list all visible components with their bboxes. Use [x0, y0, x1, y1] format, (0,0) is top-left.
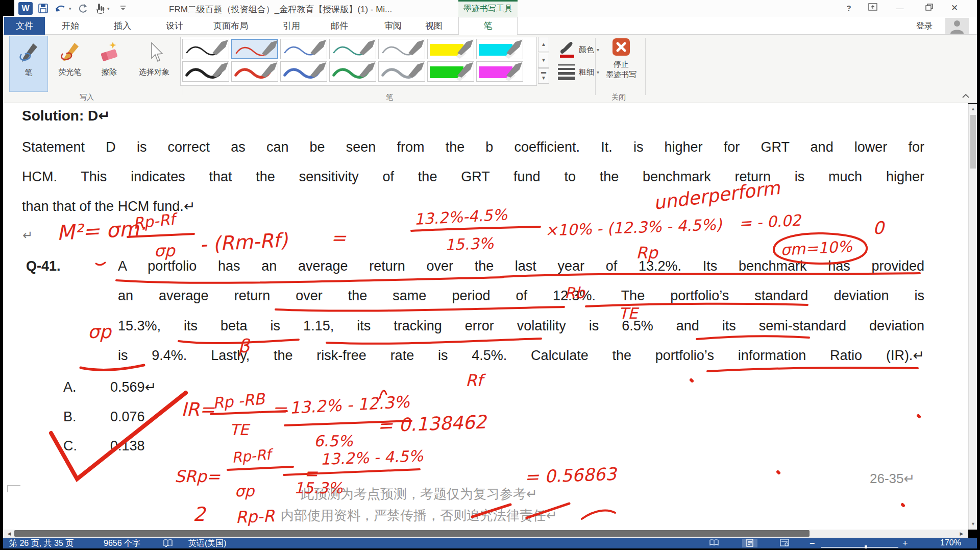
tab-0[interactable]: 开始 — [62, 17, 79, 35]
restore-icon[interactable] — [922, 3, 936, 14]
gallery-expand-icon[interactable]: ▬▼ — [538, 68, 549, 84]
redo-icon[interactable] — [78, 3, 89, 15]
svg-text:W: W — [21, 4, 30, 13]
select-objects-button[interactable]: 选择对象 — [130, 36, 179, 92]
zoom-in-icon[interactable]: + — [902, 538, 908, 549]
tab-pen-active[interactable]: 笔 — [458, 17, 518, 35]
tab-1[interactable]: 插入 — [114, 17, 131, 35]
vertical-scroll-thumb[interactable] — [970, 115, 976, 169]
tab-2[interactable]: 设计 — [166, 17, 183, 35]
screen-edge — [0, 0, 14, 16]
print-layout-icon[interactable] — [742, 539, 757, 547]
gallery-scroll-down-icon[interactable]: ▼ — [538, 53, 549, 68]
doc-line: is 9.4%. Lastly, the risk-free rate is 4… — [118, 347, 924, 364]
highlighter-button[interactable]: 荧光笔 — [51, 36, 89, 92]
vertical-scrollbar[interactable]: ▲ ▼ — [968, 104, 977, 530]
ribbon-display-options-icon[interactable] — [866, 3, 879, 14]
minimize-icon[interactable]: — — [893, 3, 906, 14]
color-brush-icon — [557, 39, 576, 60]
ribbon: 笔 荧光笔 擦除 选择对象 ▲ ▼ ▬▼ — [3, 35, 977, 103]
proofing-status-icon[interactable] — [163, 539, 173, 549]
horizontal-scrollbar[interactable]: ◀ ▶ — [3, 530, 968, 538]
doc-line: Q-41. — [26, 257, 61, 275]
pen-style-swatch[interactable] — [231, 61, 278, 82]
status-bar: 第 26 页, 共 35 页 9656 个字 英语(美国) − + 170% — [3, 538, 977, 548]
sign-in-link[interactable]: 登录 — [916, 17, 933, 35]
doc-line: 0.138 — [110, 437, 145, 455]
ink-thickness-button[interactable]: 粗细 ▾ — [557, 63, 599, 81]
doc-line: C. — [63, 437, 77, 455]
highlighter-style-swatch[interactable] — [427, 39, 474, 59]
pen-style-swatch[interactable] — [182, 61, 229, 82]
doc-line: 内部使用资料，严禁传播，否则追究法律责任↵ — [207, 507, 631, 524]
tab-6[interactable]: 审阅 — [384, 17, 402, 35]
customize-quick-access-icon[interactable] — [119, 5, 127, 14]
language-indicator[interactable]: 英语(美国) — [188, 538, 227, 549]
pen-style-swatch[interactable] — [182, 39, 229, 59]
tab-file[interactable]: 文件 — [4, 17, 45, 35]
doc-line: 26-35↵ — [870, 470, 915, 487]
help-icon[interactable]: ? — [842, 3, 855, 14]
save-icon[interactable] — [38, 3, 48, 16]
word-window: W ▾ ▾ FRM二级百题（投资组合）_金程教育【授课版】(1) - Mi...… — [0, 0, 980, 550]
avatar[interactable] — [945, 18, 969, 34]
select-cursor-icon — [130, 41, 179, 66]
undo-icon[interactable] — [54, 3, 67, 15]
group-divider — [595, 38, 596, 95]
tab-5[interactable]: 邮件 — [331, 17, 348, 35]
highlighter-style-swatch[interactable] — [476, 61, 523, 82]
touch-mode-icon[interactable] — [93, 3, 105, 16]
document-page[interactable]: Solution: D↵Statement D is correct as ca… — [3, 103, 968, 530]
eraser-button[interactable]: 擦除 — [92, 36, 127, 92]
stop-inking-icon — [599, 37, 643, 59]
highlighter-style-swatch[interactable] — [476, 39, 523, 59]
scroll-up-icon[interactable]: ▲ — [970, 105, 976, 112]
stop-inking-label-line1: 停止 — [599, 59, 643, 69]
pen-style-swatch[interactable] — [378, 39, 425, 59]
pen-style-swatch[interactable] — [231, 39, 278, 59]
touch-mode-dropdown-icon[interactable]: ▾ — [107, 6, 110, 11]
doc-line: HCM. This indicates that the sensitivity… — [22, 168, 924, 185]
pen-style-swatch[interactable] — [378, 61, 425, 82]
pen-button[interactable]: 笔 — [9, 36, 48, 92]
doc-line: 此预测为考点预测，考题仅为复习参考↵ — [207, 485, 631, 503]
pen-style-swatch[interactable] — [329, 39, 376, 59]
doc-line: A. — [63, 378, 77, 396]
undo-dropdown-icon[interactable]: ▾ — [69, 6, 71, 11]
pen-gallery-row1 — [182, 39, 523, 59]
ink-color-button[interactable]: 颜色 ▾ — [557, 41, 599, 58]
web-layout-icon[interactable] — [777, 539, 792, 547]
pen-style-swatch[interactable] — [329, 61, 376, 82]
word-count[interactable]: 9656 个字 — [104, 538, 140, 549]
pen-style-swatch[interactable] — [280, 39, 327, 59]
stop-inking-button[interactable]: 停止 墨迹书写 — [599, 37, 643, 80]
close-icon[interactable]: ✕ — [948, 3, 961, 14]
horizontal-scroll-thumb[interactable] — [14, 530, 810, 537]
scroll-right-icon[interactable]: ▶ — [958, 531, 966, 537]
doc-line: A portfolio has an average return over t… — [118, 257, 924, 275]
tab-7[interactable]: 视图 — [425, 17, 443, 35]
gallery-scrollbar: ▲ ▼ ▬▼ — [538, 37, 549, 84]
zoom-percentage[interactable]: 170% — [940, 538, 961, 547]
zoom-out-icon[interactable]: − — [810, 538, 815, 549]
screen-edge — [0, 0, 3, 550]
scroll-left-icon[interactable]: ◀ — [5, 531, 13, 537]
scroll-down-icon[interactable]: ▼ — [970, 520, 976, 528]
contextual-tab-group-ink-tools: 墨迹书写工具 — [458, 0, 518, 17]
eraser-button-label: 擦除 — [92, 67, 127, 77]
group-label-write: 写入 — [80, 93, 94, 102]
read-mode-icon[interactable] — [706, 539, 722, 547]
eraser-icon — [92, 41, 127, 66]
word-logo-icon: W — [18, 2, 33, 17]
page-indicator[interactable]: 第 26 页, 共 35 页 — [9, 538, 74, 549]
highlighter-icon — [51, 41, 89, 66]
group-divider — [645, 38, 646, 95]
ink-color-label: 颜色 — [579, 45, 594, 55]
pen-style-swatch[interactable] — [280, 61, 327, 82]
doc-line: an average return over the same period o… — [118, 287, 924, 304]
gallery-scroll-up-icon[interactable]: ▲ — [538, 37, 549, 52]
highlighter-style-swatch[interactable] — [427, 61, 474, 82]
tab-4[interactable]: 引用 — [283, 17, 300, 35]
collapse-ribbon-icon[interactable] — [962, 92, 970, 101]
tab-3[interactable]: 页面布局 — [213, 17, 248, 35]
